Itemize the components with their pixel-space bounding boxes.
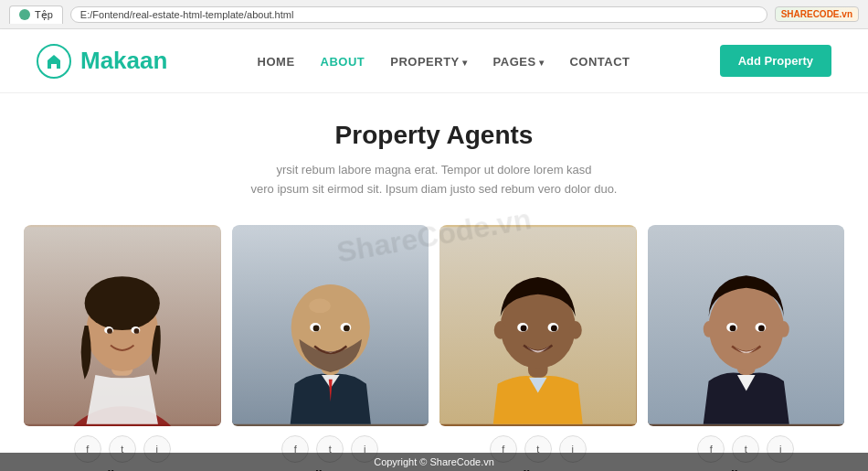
subtitle-line1: yrsit rebum labore magna erat. Tempor ut…: [276, 163, 591, 177]
section-subtitle: yrsit rebum labore magna erat. Tempor ut…: [206, 161, 662, 199]
agent-card-4: f t i Full Name Designation: [648, 225, 845, 471]
logo[interactable]: Makaan: [37, 44, 167, 79]
address-text: E:/Fontend/real-estate-html-template/abo…: [80, 9, 294, 20]
svg-point-20: [494, 321, 507, 339]
nav-item-about[interactable]: ABOUT: [321, 53, 365, 70]
svg-point-16: [343, 325, 349, 331]
tab-label: Tệp: [35, 9, 53, 21]
nav-link-contact: CONTACT: [569, 55, 630, 69]
browser-tab[interactable]: Tệp: [9, 5, 63, 24]
logo-text: Makaan: [80, 47, 167, 75]
logo-icon: [37, 44, 71, 79]
svg-point-21: [569, 321, 582, 339]
agent-card-2: f t i Full Name Designation: [232, 225, 429, 471]
nav-links: HOME ABOUT PROPERTY PAGES CONTACT: [258, 53, 630, 70]
browser-bar: Tệp E:/Fontend/real-estate-html-template…: [0, 0, 868, 29]
main-content: Property Agents yrsit rebum labore magna…: [0, 93, 868, 471]
agent-card-1: f t i Full Name Designation: [24, 225, 221, 471]
svg-point-15: [312, 325, 319, 331]
nav-link-home: HOME: [258, 55, 295, 69]
nav-link-property: PROPERTY: [390, 55, 467, 69]
svg-point-30: [778, 321, 789, 337]
svg-point-28: [708, 284, 783, 370]
svg-point-25: [551, 325, 557, 331]
svg-point-7: [107, 328, 112, 334]
nav-item-property[interactable]: PROPERTY: [390, 53, 467, 70]
svg-point-24: [521, 325, 527, 331]
copyright-bar: Copyright © ShareCode.vn: [0, 453, 868, 471]
nav-link-pages: PAGES: [493, 55, 545, 69]
svg-point-12: [309, 298, 331, 313]
nav-link-about: ABOUT: [321, 55, 365, 69]
sharecode-badge: SHARECODE.vn: [775, 6, 859, 22]
agent-photo-4: [648, 225, 845, 426]
agent-photo-1: [24, 225, 221, 426]
svg-point-33: [729, 325, 736, 331]
svg-point-8: [133, 328, 139, 334]
add-property-button[interactable]: Add Property: [720, 45, 831, 77]
address-bar[interactable]: E:/Fontend/real-estate-html-template/abo…: [70, 6, 767, 23]
agents-grid: f t i Full Name Designation: [18, 225, 850, 471]
svg-point-34: [757, 325, 764, 331]
agent-photo-2: [232, 225, 429, 426]
svg-point-29: [703, 321, 714, 337]
agent-card-3: f t i Full Name Designation: [439, 225, 637, 471]
tab-favicon: [19, 9, 30, 20]
nav-item-contact[interactable]: CONTACT: [569, 53, 630, 70]
nav-item-home[interactable]: HOME: [258, 53, 295, 70]
section-title: Property Agents: [18, 121, 850, 150]
agent-photo-3: [439, 225, 637, 426]
nav-item-pages[interactable]: PAGES: [493, 53, 545, 70]
subtitle-line2: vero ipsum sit eirmod sit. Ipsum diam ju…: [250, 182, 617, 196]
svg-point-4: [85, 276, 160, 330]
navbar: Makaan HOME ABOUT PROPERTY PAGES CONTACT…: [0, 29, 868, 93]
